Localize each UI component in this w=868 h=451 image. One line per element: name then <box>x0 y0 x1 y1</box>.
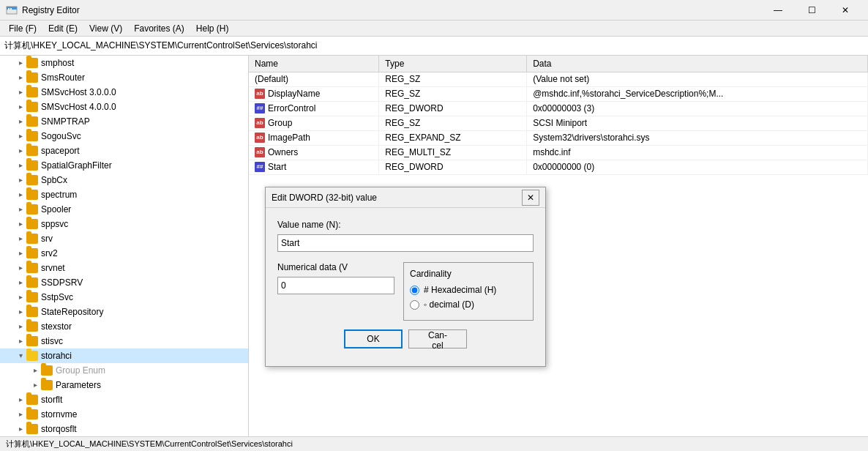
cell-type: REG_SZ <box>379 116 527 130</box>
col-type: Type <box>379 56 527 72</box>
tree-item[interactable]: ▸srvnet <box>0 261 248 275</box>
folder-icon <box>26 102 38 112</box>
tree-arrow-icon[interactable]: ▸ <box>15 423 26 435</box>
tree-item[interactable]: ▸stornvme <box>0 407 248 422</box>
tree-arrow-icon[interactable]: ▸ <box>15 394 26 406</box>
tree-item[interactable]: ▸srv <box>0 231 248 246</box>
tree-item[interactable]: ▸spaceport <box>0 144 248 158</box>
cell-name: ##ErrorControl <box>249 101 379 116</box>
tree-arrow-icon[interactable]: ▸ <box>15 86 26 98</box>
ab-icon: ab <box>255 89 265 99</box>
tree-arrow-icon[interactable]: ▸ <box>15 145 26 157</box>
tree-item-label: stisvc <box>41 336 63 346</box>
table-row[interactable]: abDisplayNameREG_SZ@mshdc.inf,%storahci_… <box>249 86 868 101</box>
address-bar: 计算机\HKEY_LOCAL_MACHINE\SYSTEM\CurrentCon… <box>0 37 868 56</box>
tree-item[interactable]: ▸SSDPSRV <box>0 275 248 290</box>
dec-radio-label: ◦ decimal (D) <box>424 299 474 310</box>
folder-icon <box>26 336 38 346</box>
tree-arrow-icon[interactable]: ▸ <box>15 247 26 259</box>
tree-item[interactable]: ▸SstpSvc <box>0 290 248 305</box>
tree-item[interactable]: ▸stisvc <box>0 334 248 348</box>
tree-item[interactable]: ▸Spooler <box>0 202 248 217</box>
menu-edit[interactable]: Edit (E) <box>42 22 83 35</box>
ok-button[interactable]: OK <box>344 329 403 348</box>
cell-name: (Default) <box>249 72 379 86</box>
menu-help[interactable]: Help (H) <box>190 22 235 35</box>
value-name-input[interactable] <box>277 234 534 252</box>
tree-arrow-icon[interactable]: ▸ <box>15 116 26 127</box>
tree-item[interactable]: ▾storahci <box>0 348 248 363</box>
tree-arrow-icon[interactable]: ▸ <box>15 189 26 201</box>
tree-arrow-icon[interactable]: ▸ <box>15 72 26 83</box>
tree-item[interactable]: ▸SmsRouter <box>0 70 248 85</box>
folder-icon <box>26 131 38 141</box>
tree-arrow-icon[interactable]: ▸ <box>15 57 26 69</box>
tree-arrow-icon[interactable]: ▸ <box>15 262 26 274</box>
menu-file[interactable]: File (F) <box>3 22 42 35</box>
tree-item-label: Group Enum <box>56 365 105 376</box>
tree-item[interactable]: ▸SMSvcHost 4.0.0.0 <box>0 100 248 114</box>
tree-item[interactable]: ▸SogouSvc <box>0 129 248 144</box>
menu-favorites[interactable]: Favorites (A) <box>128 22 190 35</box>
svg-rect-3 <box>10 8 12 10</box>
tree-item[interactable]: ▸storflt <box>0 392 248 407</box>
address-path: 计算机\HKEY_LOCAL_MACHINE\SYSTEM\CurrentCon… <box>4 40 317 52</box>
tree-arrow-icon[interactable]: ▾ <box>15 350 26 362</box>
tree-item[interactable]: ▸sppsvc <box>0 217 248 231</box>
tree-item-label: stornvme <box>41 409 77 420</box>
numerical-data-input[interactable] <box>277 277 394 294</box>
table-row[interactable]: (Default)REG_SZ(Value not set) <box>249 72 868 86</box>
table-row[interactable]: ##ErrorControlREG_DWORD0x00000003 (3) <box>249 101 868 116</box>
close-button[interactable]: ✕ <box>828 0 862 20</box>
cell-type: REG_EXPAND_SZ <box>379 130 527 145</box>
tree-item[interactable]: ▸SpatialGraphFilter <box>0 158 248 173</box>
minimize-button[interactable]: — <box>761 0 795 20</box>
tree-arrow-icon[interactable]: ▸ <box>15 233 26 245</box>
window-title: Registry Editor <box>22 5 761 15</box>
tree-item[interactable]: ▸spectrum <box>0 187 248 202</box>
tree-arrow-icon[interactable]: ▸ <box>15 160 26 171</box>
dec-radio[interactable] <box>410 300 419 310</box>
tree-arrow-icon[interactable]: ▸ <box>15 306 26 318</box>
tree-item[interactable]: ▸SpbCx <box>0 173 248 187</box>
tree-item[interactable]: ▸stexstor <box>0 319 248 334</box>
tree-item[interactable]: ▸smphost <box>0 56 248 70</box>
tree-item-label: Parameters <box>56 380 101 390</box>
tree-item[interactable]: ▸StateRepository <box>0 305 248 319</box>
hex-radio[interactable] <box>410 286 419 295</box>
tree-arrow-icon[interactable]: ▸ <box>15 321 26 332</box>
tree-arrow-icon[interactable]: ▸ <box>15 218 26 230</box>
tree-arrow-icon[interactable]: ▸ <box>15 409 26 420</box>
tree-arrow-icon[interactable]: ▸ <box>15 291 26 303</box>
table-row[interactable]: ##StartREG_DWORD0x00000000 (0) <box>249 160 868 174</box>
tree-arrow-icon[interactable]: ▸ <box>29 379 41 391</box>
cancel-button[interactable]: Can-cel <box>408 329 467 348</box>
tree-arrow-icon[interactable]: ▸ <box>15 130 26 142</box>
folder-icon <box>26 292 38 302</box>
tree-panel[interactable]: ▸smphost▸SmsRouter▸SMSvcHost 3.0.0.0▸SMS… <box>0 56 249 436</box>
table-row[interactable]: abImagePathREG_EXPAND_SZSystem32\drivers… <box>249 130 868 145</box>
tree-item[interactable]: ▸SMSvcHost 3.0.0.0 <box>0 85 248 100</box>
cell-name: abDisplayName <box>249 86 379 101</box>
cell-type: REG_SZ <box>379 72 527 86</box>
tree-item[interactable]: ▸SNMPTRAP <box>0 114 248 129</box>
dialog-close-button[interactable]: ✕ <box>522 190 539 206</box>
folder-icon <box>26 190 38 200</box>
tree-item[interactable]: ▸Group Enum <box>0 363 248 378</box>
folder-icon <box>41 365 53 376</box>
tree-item[interactable]: ▸storqosflt <box>0 422 248 436</box>
menu-view[interactable]: View (V) <box>83 22 128 35</box>
table-row[interactable]: abOwnersREG_MULTI_SZmshdc.inf <box>249 145 868 160</box>
tree-arrow-icon[interactable]: ▸ <box>15 174 26 186</box>
tree-arrow-icon[interactable]: ▸ <box>15 277 26 288</box>
cell-data: System32\drivers\storahci.sys <box>527 130 868 145</box>
tree-item[interactable]: ▸srv2 <box>0 246 248 261</box>
maximize-button[interactable]: ☐ <box>795 0 828 20</box>
tree-arrow-icon[interactable]: ▸ <box>15 204 26 215</box>
tree-arrow-icon[interactable]: ▸ <box>15 101 26 113</box>
tree-item[interactable]: ▸Parameters <box>0 378 248 392</box>
table-row[interactable]: abGroupREG_SZSCSI Miniport <box>249 116 868 130</box>
tree-arrow-icon[interactable]: ▸ <box>29 365 41 376</box>
folder-icon <box>26 409 38 420</box>
tree-arrow-icon[interactable]: ▸ <box>15 335 26 347</box>
